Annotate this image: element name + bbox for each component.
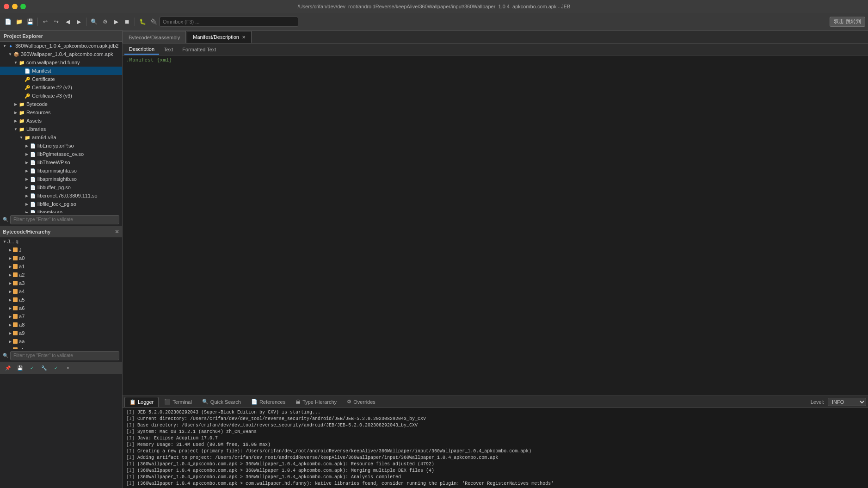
cert-icon: 🔑 [24,76,31,82]
tree-item-libbuffer[interactable]: ▶ 📄 libbuffer_pg.so [0,183,122,191]
tree-item-arm64[interactable]: ▼ 📁 arm64-v8a [0,133,122,142]
debug-button[interactable]: 🐛 [137,17,148,27]
tree-item-libthree[interactable]: ▶ 📄 libThreeWP.so [0,158,122,167]
lp-btn4[interactable]: 🔧 [39,363,49,373]
run-button[interactable]: ▶ [111,17,121,27]
tree-item-libapminsighta[interactable]: ▶ 📄 libapminsighta.so [0,167,122,175]
bytecode-tree-item-a2[interactable]: ▶ a2 [0,271,122,279]
sub-tab-label: Text [164,47,173,52]
bytecode-tree-item-root[interactable]: ▼ J... q [0,237,122,246]
tree-item-assets[interactable]: ▶ 📁 Assets [0,117,122,125]
tree-item[interactable]: ▼ 📦 360Wallpaper_1.0.4_apkcombo.com.apk [0,50,122,58]
omnibox-input[interactable] [160,17,298,27]
stop-button[interactable]: ⏹ [122,17,132,27]
tree-item-libraries[interactable]: ▼ 📁 Libraries [0,125,122,133]
console-line: [I] Adding artifact to project: /Users/c… [126,455,864,462]
tree-arrow: ▶ [24,151,30,157]
tree-item-libcronet[interactable]: ▶ 📄 libcronet.76.0.3809.111.so [0,191,122,200]
tree-item-libmmkv[interactable]: ▶ 📄 libmmkv.so [0,208,122,213]
lp-btn6[interactable]: • [63,363,73,373]
tree-item-certificate[interactable]: 🔑 Certificate [0,75,122,83]
bytecode-filter-input[interactable] [10,351,119,360]
lp-btn2[interactable]: 💾 [15,363,25,373]
chinese-button[interactable]: 双击-跳转到 [830,17,865,27]
tree-item-libencryptor[interactable]: ▶ 📄 libEncryptorP.so [0,142,122,150]
tree-label: libmmkv.so [37,210,62,213]
bytecode-tree-item-a7[interactable]: ▶ a7 [0,312,122,321]
bytecode-tree-item-ab[interactable]: ▶ ab [0,346,122,349]
bytecode-tree-item-a1[interactable]: ▶ a1 [0,262,122,271]
new-button[interactable]: 📄 [3,17,13,27]
bytecode-panel-tab-bar: Bytecode/Hierarchy ✕ [0,226,122,237]
tree-item-manifest[interactable]: 📄 Manifest [0,67,122,75]
save-button[interactable]: 💾 [25,17,35,27]
tree-label: libapminsighta.so [37,168,77,173]
tab-terminal[interactable]: ⬛ Terminal [160,397,197,407]
console-line: [I] System: Mac OS 13.2.1 (aarch64) zh_C… [126,429,864,436]
bytecode-hierarchy-panel: Bytecode/Hierarchy ✕ ▼ J... q ▶ J ▶ a0 [0,226,122,374]
tab-label: Logger [138,399,154,405]
bytecode-tree-item-J[interactable]: ▶ J [0,246,122,254]
lp-btn1[interactable]: 📌 [3,363,13,373]
search-button[interactable]: 🔍 [89,17,99,27]
code-editor[interactable]: .Manifest {xml} [123,56,868,395]
bytecode-tree-item-a5[interactable]: ▶ a5 [0,296,122,304]
bytecode-tree-item-a0[interactable]: ▶ a0 [0,254,122,262]
tab-close-icon[interactable]: ✕ [242,35,246,40]
bytecode-tree-item-aa[interactable]: ▶ aa [0,337,122,346]
sub-tab-description[interactable]: Description [124,44,159,55]
project-tree[interactable]: ▼ ● 360Wallpaper_1.0.4_apkcombo.com.apk.… [0,42,122,213]
bytecode-tree-item-a6[interactable]: ▶ a6 [0,304,122,312]
tab-bytecode-disassembly[interactable]: Bytecode/Disassembly [123,31,186,43]
plugin-button[interactable]: 🔌 [148,17,159,27]
tree-label: libbuffer_pg.so [37,185,71,190]
tab-overrides[interactable]: ⚙ Overrides [342,397,380,407]
tree-item-certificate2[interactable]: 🔑 Certificate #2 (v2) [0,83,122,92]
level-select[interactable]: INFO DEBUG WARNING ERROR [828,398,866,406]
class-icon [13,297,18,302]
sub-tab-formatted-text[interactable]: Formatted Text [178,44,221,55]
tree-item-libapminsightb[interactable]: ▶ 📄 libapminsightb.so [0,175,122,183]
bytecode-panel-close[interactable]: ✕ [115,229,119,235]
tree-label: Bytecode [26,101,48,107]
undo-button[interactable]: ↩ [40,17,50,27]
class-icon [13,331,18,335]
bytecode-tree[interactable]: ▼ J... q ▶ J ▶ a0 ▶ a1 [0,237,122,349]
console-line: [I] Java: Eclipse Adoptium 17.0.7 [126,436,864,442]
tab-logger[interactable]: 📋 Logger [124,397,159,407]
tab-quick-search[interactable]: 🔍 Quick Search [197,397,246,407]
tree-item-libpgl[interactable]: ▶ 📄 libPglmetasec_ov.so [0,150,122,158]
bytecode-tree-item-a3[interactable]: ▶ a3 [0,279,122,287]
lp-btn5[interactable]: ✓ [51,363,61,373]
close-button[interactable] [4,4,9,9]
tab-type-hierarchy[interactable]: 🏛 Type Hierarchy [291,397,341,407]
tree-arrow: ▶ [7,255,13,261]
bytecode-tree-item-a4[interactable]: ▶ a4 [0,287,122,296]
decompile-button[interactable]: ⚙ [100,17,110,27]
tree-item-certificate3[interactable]: 🔑 Certificate #3 (v3) [0,92,122,100]
so-icon: 📄 [30,184,36,191]
tree-item-resources[interactable]: ▶ 📁 Resources [0,108,122,117]
sub-tab-text[interactable]: Text [159,44,178,55]
lp-btn3[interactable]: ✓ [27,363,37,373]
tree-label: a4 [19,289,25,294]
maximize-button[interactable] [20,4,26,9]
tab-manifest-description[interactable]: Manifest/Description ✕ [187,31,252,43]
tab-label: Overrides [353,399,376,405]
minimize-button[interactable] [12,4,18,9]
redo-button[interactable]: ↪ [51,17,62,27]
tree-arrow: ▶ [7,280,13,286]
forward-button[interactable]: ▶ [74,17,84,27]
tree-item[interactable]: ▼ ● 360Wallpaper_1.0.4_apkcombo.com.apk.… [0,42,122,50]
tab-references[interactable]: 📄 References [246,397,290,407]
bytecode-tree-item-a8[interactable]: ▶ a8 [0,321,122,329]
class-icon [13,272,18,277]
tree-item-bytecode[interactable]: ▶ 📁 Bytecode [0,100,122,108]
project-filter-input[interactable] [10,215,119,224]
bytecode-tree-item-a9[interactable]: ▶ a9 [0,329,122,337]
back-button[interactable]: ◀ [62,17,73,27]
tree-item[interactable]: ▼ 📁 com.wallpaper.hd.funny [0,58,122,67]
tree-item-libfile[interactable]: ▶ 📄 libfile_lock_pg.so [0,200,122,208]
open-button[interactable]: 📁 [14,17,24,27]
tree-arrow [18,76,24,82]
